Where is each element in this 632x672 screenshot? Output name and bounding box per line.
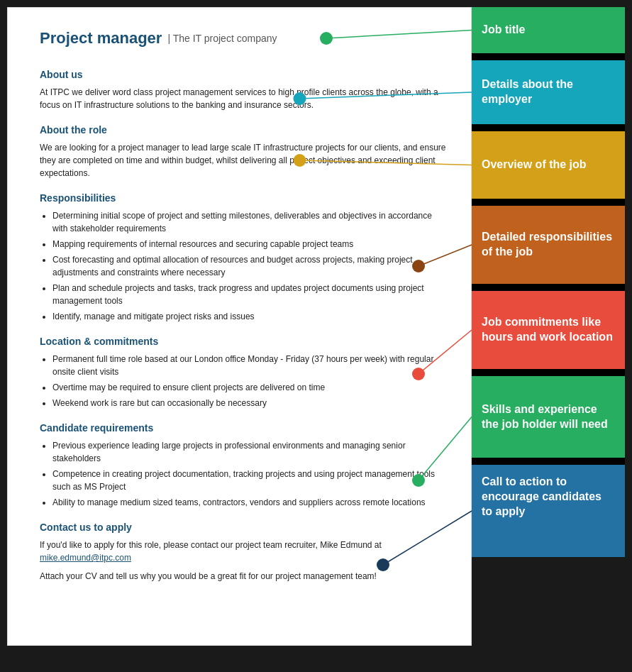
- requirements-list: Previous experience leading large projec…: [52, 439, 446, 509]
- list-item: Overtime may be required to ensure clien…: [52, 381, 446, 394]
- location-heading: Location & commitments: [40, 336, 446, 347]
- annotation-employer: Details about the employer: [472, 60, 625, 124]
- list-item: Permanent full time role based at our Lo…: [52, 353, 446, 378]
- about-role-body: We are looking for a project manager to …: [40, 141, 446, 180]
- company-name: | The IT project company: [167, 33, 277, 44]
- requirements-heading: Candidate requirements: [40, 422, 446, 434]
- annotation-label: Detailed responsibilities of the job: [482, 230, 615, 260]
- annotation-commitments: Job commitments like hours and work loca…: [472, 291, 625, 369]
- list-item: Determining initial scope of project and…: [52, 209, 446, 235]
- annotation-cta: Call to action to encourage candidates t…: [472, 465, 625, 557]
- list-item: Ability to manage medium sized teams, co…: [52, 496, 446, 509]
- job-description-panel: Project manager | The IT project company…: [7, 7, 472, 646]
- job-title: Project manager: [40, 29, 162, 48]
- contact-heading: Contact us to apply: [40, 522, 446, 533]
- about-role-heading: About the role: [40, 124, 446, 136]
- annotation-job-title: Job title: [472, 7, 625, 53]
- list-item: Previous experience leading large projec…: [52, 439, 446, 465]
- annotation-label: Overview of the job: [482, 158, 587, 172]
- contact-section: Contact us to apply If you'd like to app…: [40, 522, 446, 583]
- about-role-section: About the role We are looking for a proj…: [40, 124, 446, 180]
- list-item: Competence in creating project documenta…: [52, 468, 446, 493]
- list-item: Mapping requirements of internal resourc…: [52, 238, 446, 250]
- annotation-overview: Overview of the job: [472, 131, 625, 199]
- requirements-section: Candidate requirements Previous experien…: [40, 422, 446, 509]
- about-us-heading: About us: [40, 69, 446, 80]
- list-item: Identify, manage and mitigate project ri…: [52, 310, 446, 323]
- annotation-skills: Skills and experience the job holder wil…: [472, 376, 625, 458]
- location-list: Permanent full time role based at our Lo…: [52, 353, 446, 409]
- job-title-row: Project manager | The IT project company: [40, 29, 446, 48]
- responsibilities-heading: Responsibilities: [40, 192, 446, 204]
- annotation-label: Details about the employer: [482, 77, 615, 107]
- annotation-label: Job title: [482, 23, 525, 38]
- responsibilities-list: Determining initial scope of project and…: [52, 209, 446, 323]
- about-us-body: At ITPC we deliver word class project ma…: [40, 86, 446, 111]
- about-us-section: About us At ITPC we deliver word class p…: [40, 69, 446, 111]
- contact-body1: If you'd like to apply for this role, pl…: [40, 539, 446, 564]
- contact-body2: Attach your CV and tell us why you would…: [40, 570, 446, 583]
- list-item: Cost forecasting and optimal allocation …: [52, 253, 446, 279]
- annotation-label: Job commitments like hours and work loca…: [482, 315, 615, 345]
- list-item: Weekend work is rare but can occasionall…: [52, 397, 446, 409]
- annotation-responsibilities: Detailed responsibilities of the job: [472, 206, 625, 284]
- responsibilities-section: Responsibilities Determining initial sco…: [40, 192, 446, 323]
- annotations-panel: Job title Details about the employer Ove…: [472, 7, 625, 646]
- annotation-label: Call to action to encourage candidates t…: [482, 475, 615, 519]
- contact-email[interactable]: mike.edmund@itpc.com: [40, 553, 131, 563]
- list-item: Plan and schedule projects and tasks, tr…: [52, 282, 446, 307]
- annotation-label: Skills and experience the job holder wil…: [482, 402, 615, 432]
- location-section: Location & commitments Permanent full ti…: [40, 336, 446, 409]
- main-container: Project manager | The IT project company…: [7, 7, 625, 646]
